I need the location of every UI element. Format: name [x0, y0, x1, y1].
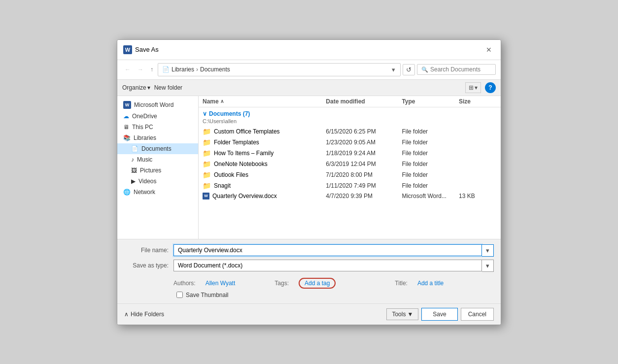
file-date-cell: 1/18/2019 9:24 AM: [326, 150, 402, 157]
view-button[interactable]: ⊞ ▾: [465, 82, 481, 93]
toolbar: Organize ▾ New folder ⊞ ▾ ?: [117, 80, 501, 96]
savetype-dropdown-button[interactable]: ▾: [482, 260, 494, 272]
sidebar-label-this-pc: This PC: [132, 124, 153, 131]
footer-right: Tools ▼ Save Cancel: [386, 308, 494, 321]
sidebar-label-libraries: Libraries: [134, 134, 156, 141]
new-folder-button[interactable]: New folder: [154, 84, 182, 91]
filename-dropdown-button[interactable]: ▾: [482, 244, 494, 257]
address-libraries: Libraries: [172, 66, 194, 73]
sidebar-item-microsoft-word[interactable]: W Microsoft Word: [117, 99, 198, 111]
hide-folders-arrow-icon: ∧: [124, 311, 129, 318]
file-name-cell: 📁 Outlook Files: [203, 171, 326, 179]
tools-button[interactable]: Tools ▼: [386, 308, 418, 320]
file-name-cell: 📁 Folder Templates: [203, 138, 326, 146]
col-date-header[interactable]: Date modified: [326, 98, 402, 105]
pictures-icon: 🖼: [131, 167, 137, 174]
save-as-type-input[interactable]: [173, 260, 482, 271]
address-icon: 📄: [162, 66, 170, 73]
address-bar[interactable]: 📄 Libraries › Documents ▾: [158, 63, 401, 76]
sidebar-label-videos: Videos: [138, 178, 156, 185]
view-icon: ⊞: [469, 84, 474, 91]
table-row[interactable]: 📁 How To Items – Family 1/18/2019 9:24 A…: [199, 148, 501, 159]
table-row[interactable]: W Quarterly Overview.docx 4/7/2020 9:39 …: [199, 191, 501, 201]
word-app-icon: W: [123, 45, 132, 54]
sidebar-label-pictures: Pictures: [140, 167, 161, 174]
col-name-header[interactable]: Name ∧: [203, 98, 326, 105]
tags-label: Tags:: [275, 280, 289, 287]
table-row[interactable]: 📁 Outlook Files 7/1/2020 8:00 PM File fo…: [199, 169, 501, 180]
tags-value[interactable]: Add a tag: [305, 280, 330, 287]
title-bar: W Save As ✕: [117, 40, 501, 60]
sidebar-item-videos[interactable]: ▶ Videos: [117, 176, 198, 187]
col-type-header[interactable]: Type: [402, 98, 459, 105]
address-documents: Documents: [200, 66, 230, 73]
sidebar-label-documents: Documents: [141, 145, 172, 152]
close-button[interactable]: ✕: [483, 44, 495, 56]
section-title: Documents (7): [209, 110, 250, 117]
help-button[interactable]: ?: [485, 82, 496, 93]
search-input[interactable]: [430, 66, 491, 73]
music-icon: ♪: [131, 156, 134, 163]
view-arrow-icon: ▾: [475, 84, 478, 91]
file-date-cell: 6/3/2019 12:04 PM: [326, 161, 402, 167]
sidebar-item-onedrive[interactable]: ☁ OneDrive: [117, 111, 198, 122]
sidebar-item-network[interactable]: 🌐 Network: [117, 187, 198, 198]
sidebar-label-microsoft-word: Microsoft Word: [134, 101, 173, 108]
authors-value[interactable]: Allen Wyatt: [206, 280, 236, 287]
sidebar-item-this-pc[interactable]: 🖥 This PC: [117, 122, 198, 132]
file-name-cell: W Quarterly Overview.docx: [203, 193, 326, 199]
footer-bar: ∧ Hide Folders Tools ▼ Save Cancel: [117, 303, 501, 325]
table-row[interactable]: 📁 Snagit 1/11/2020 7:49 PM File folder: [199, 180, 501, 191]
section-header: ∨ Documents (7): [199, 107, 501, 118]
hide-folders-button[interactable]: ∧ Hide Folders: [124, 311, 164, 318]
tags-circle: Add a tag: [299, 278, 336, 289]
file-name-input[interactable]: [173, 244, 482, 256]
folder-icon: 📁: [203, 149, 211, 157]
forward-button[interactable]: →: [135, 65, 146, 74]
title-label: Title:: [395, 280, 408, 287]
section-path: C:\Users\allen: [199, 118, 501, 126]
network-icon: 🌐: [123, 189, 131, 196]
refresh-button[interactable]: ↺: [403, 64, 415, 75]
search-bar: 🔍: [417, 64, 496, 75]
sidebar-item-music[interactable]: ♪ Music: [117, 154, 198, 165]
sidebar-item-libraries[interactable]: 📚 Libraries: [117, 132, 198, 143]
file-name-row: File name: ▾: [124, 244, 494, 257]
title-value[interactable]: Add a title: [417, 280, 444, 287]
organize-label: Organize: [122, 84, 146, 91]
file-type-cell: Microsoft Word...: [402, 193, 459, 199]
meta-row: Authors: Allen Wyatt Tags: Add a tag Tit…: [124, 275, 494, 292]
col-size-header[interactable]: Size: [459, 98, 497, 105]
address-sep1: ›: [196, 66, 198, 73]
sidebar-item-documents[interactable]: 📄 Documents: [117, 143, 198, 154]
table-row[interactable]: 📁 OneNote Notebooks 6/3/2019 12:04 PM Fi…: [199, 159, 501, 169]
save-thumbnail-label: Save Thumbnail: [186, 292, 229, 298]
folder-icon: 📁: [203, 128, 211, 135]
save-as-type-row: Save as type: ▾: [124, 260, 494, 272]
file-type-cell: File folder: [402, 139, 459, 146]
back-button[interactable]: ←: [122, 65, 133, 74]
up-button[interactable]: ↑: [148, 65, 156, 74]
hide-folders-label: Hide Folders: [131, 311, 164, 318]
sidebar: W Microsoft Word ☁ OneDrive 🖥 This PC 📚 …: [117, 96, 199, 239]
file-name-cell: 📁 Custom Office Templates: [203, 128, 326, 135]
documents-icon: 📄: [131, 145, 138, 152]
save-button[interactable]: Save: [421, 308, 457, 321]
table-row[interactable]: 📁 Custom Office Templates 6/15/2020 6:25…: [199, 126, 501, 137]
table-row[interactable]: 📁 Folder Templates 1/23/2020 9:05 AM Fil…: [199, 137, 501, 148]
file-name-cell: 📁 OneNote Notebooks: [203, 160, 326, 168]
section-collapse-icon: ∨: [203, 110, 207, 117]
cancel-button[interactable]: Cancel: [461, 308, 494, 321]
nav-bar: ← → ↑ 📄 Libraries › Documents ▾ ↺ 🔍: [117, 60, 501, 80]
bottom-form-area: File name: ▾ Save as type: ▾ Authors: Al…: [117, 239, 501, 303]
sidebar-item-pictures[interactable]: 🖼 Pictures: [117, 165, 198, 176]
address-dropdown-button[interactable]: ▾: [391, 65, 396, 74]
save-thumbnail-checkbox[interactable]: [176, 292, 183, 298]
authors-label: Authors:: [173, 280, 196, 287]
file-date-cell: 6/15/2020 6:25 PM: [326, 128, 402, 135]
file-name-text: Snagit: [214, 182, 231, 189]
file-name-label: File name:: [124, 247, 173, 254]
file-date-cell: 7/1/2020 8:00 PM: [326, 171, 402, 178]
organize-button[interactable]: Organize ▾: [122, 84, 150, 91]
title-bar-left: W Save As: [123, 45, 159, 54]
